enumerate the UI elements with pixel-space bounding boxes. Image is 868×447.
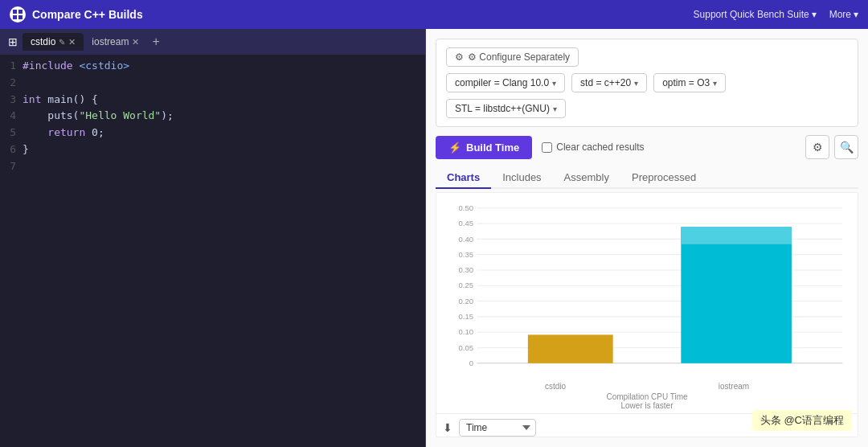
topbar: Compare C++ Builds Support Quick Bench S… xyxy=(0,0,868,29)
svg-text:0: 0 xyxy=(469,359,473,367)
more-link[interactable]: More ▾ xyxy=(829,9,858,20)
options-row: compiler = Clang 10.0 ▾ std = c++20 ▾ op… xyxy=(446,73,848,118)
tab-charts[interactable]: Charts xyxy=(436,167,491,189)
svg-text:0.25: 0.25 xyxy=(459,281,474,289)
config-box: ⚙ ⚙ Configure Separately compiler = Clan… xyxy=(436,39,858,127)
chart-bottom: ⬇ Time Instructions Memory xyxy=(436,413,858,437)
more-chevron-icon: ▾ xyxy=(854,9,858,20)
svg-text:0.35: 0.35 xyxy=(459,250,474,259)
bar-chart: 0.50 0.45 0.40 0.35 0.30 0.25 0.20 0.15 … xyxy=(443,199,851,380)
std-option-button[interactable]: std = c++20 ▾ xyxy=(571,73,647,92)
build-right-icons: ⚙ 🔍 xyxy=(805,135,858,159)
editor-panel: ⊞ cstdio ✎ ✕ iostream ✕ + 1 2 3 4 5 6 7 xyxy=(0,29,426,447)
right-panel: ⚙ ⚙ Configure Separately compiler = Clan… xyxy=(426,29,868,447)
tab-includes[interactable]: Includes xyxy=(491,167,552,189)
svg-text:0.05: 0.05 xyxy=(459,343,474,352)
svg-text:0.15: 0.15 xyxy=(459,312,474,321)
line-numbers: 1 2 3 4 5 6 7 xyxy=(0,58,23,444)
configure-label: ⚙ Configure Separately xyxy=(468,51,570,63)
tab-preprocessed[interactable]: Preprocessed xyxy=(620,167,707,189)
compiler-option-button[interactable]: compiler = Clang 10.0 ▾ xyxy=(446,73,565,92)
clear-cache-text: Clear cached results xyxy=(556,141,644,153)
svg-rect-1 xyxy=(18,10,23,14)
app-logo xyxy=(10,6,26,23)
optim-chevron-icon: ▾ xyxy=(713,79,717,88)
edit-icon: ✎ xyxy=(59,38,65,47)
build-time-button[interactable]: ⚡ Build Time xyxy=(436,136,532,159)
add-tab-button[interactable]: + xyxy=(147,35,164,49)
clear-cache-checkbox-label[interactable]: Clear cached results xyxy=(542,141,644,153)
bar-cstdio xyxy=(528,334,613,363)
stl-chevron-icon: ▾ xyxy=(553,105,557,113)
close-iostream-button[interactable]: ✕ xyxy=(132,37,139,47)
chart-area: 0.50 0.45 0.40 0.35 0.30 0.25 0.20 0.15 … xyxy=(436,192,858,437)
build-label: Build Time xyxy=(466,141,519,154)
chart-svg-container: 0.50 0.45 0.40 0.35 0.30 0.25 0.20 0.15 … xyxy=(436,193,858,380)
tab-cstdio[interactable]: cstdio ✎ ✕ xyxy=(23,33,84,51)
stl-label: STL = libstdc++(GNU) xyxy=(455,103,550,114)
tab-cstdio-label: cstdio xyxy=(31,36,55,47)
stl-option-button[interactable]: STL = libstdc++(GNU) ▾ xyxy=(446,99,566,118)
configure-separately-button[interactable]: ⚙ ⚙ Configure Separately xyxy=(446,47,579,67)
support-chevron-icon: ▾ xyxy=(812,9,817,20)
chart-caption: Compilation CPU Time Lower is faster xyxy=(436,391,858,413)
editor-tab-bar: ⊞ cstdio ✎ ✕ iostream ✕ + xyxy=(0,29,425,55)
main-layout: ⊞ cstdio ✎ ✕ iostream ✕ + 1 2 3 4 5 6 7 xyxy=(0,29,868,447)
iostream-label: iostream xyxy=(719,382,749,391)
code-editor[interactable]: 1 2 3 4 5 6 7 #include <cstdio> int main… xyxy=(0,55,425,447)
caption-line2: Lower is faster xyxy=(436,401,858,410)
svg-text:0.10: 0.10 xyxy=(459,327,474,336)
build-row: ⚡ Build Time Clear cached results ⚙ 🔍 xyxy=(436,135,858,159)
optim-label: optim = O3 xyxy=(662,77,710,88)
svg-text:0.45: 0.45 xyxy=(459,219,474,228)
svg-text:0.30: 0.30 xyxy=(459,265,474,274)
download-icon[interactable]: ⬇ xyxy=(443,421,452,434)
grid-view-button[interactable]: ⊞ xyxy=(3,32,23,51)
svg-rect-2 xyxy=(13,15,17,19)
close-cstdio-button[interactable]: ✕ xyxy=(68,37,76,47)
settings-icon-button[interactable]: ⚙ xyxy=(805,135,829,159)
svg-text:0.20: 0.20 xyxy=(459,297,474,306)
compiler-chevron-icon: ▾ xyxy=(552,79,556,88)
search-icon: 🔍 xyxy=(840,141,854,154)
code-text[interactable]: #include <cstdio> int main() { puts("Hel… xyxy=(23,58,180,444)
search-icon-button[interactable]: 🔍 xyxy=(834,135,858,159)
chart-tabs: Charts Includes Assembly Preprocessed xyxy=(436,167,858,189)
time-select[interactable]: Time Instructions Memory xyxy=(459,419,536,437)
compiler-label: compiler = Clang 10.0 xyxy=(455,77,549,88)
app-title: Compare C++ Builds xyxy=(32,8,143,21)
bar-iostream-top xyxy=(681,227,792,244)
tab-iostream[interactable]: iostream ✕ xyxy=(84,33,147,51)
tab-assembly[interactable]: Assembly xyxy=(553,167,620,189)
std-label: std = c++20 xyxy=(580,77,631,88)
bar-iostream xyxy=(681,227,792,363)
clear-cache-checkbox[interactable] xyxy=(542,142,552,153)
support-link[interactable]: Support Quick Bench Suite ▾ xyxy=(694,9,817,20)
topbar-right: Support Quick Bench Suite ▾ More ▾ xyxy=(694,9,858,20)
configure-icon: ⚙ xyxy=(455,51,464,63)
lightning-icon: ⚡ xyxy=(448,141,461,154)
std-chevron-icon: ▾ xyxy=(634,79,638,88)
gear-icon: ⚙ xyxy=(813,141,823,154)
svg-text:0.50: 0.50 xyxy=(459,203,474,212)
optim-option-button[interactable]: optim = O3 ▾ xyxy=(653,73,726,92)
topbar-left: Compare C++ Builds xyxy=(10,6,143,23)
svg-rect-3 xyxy=(18,15,23,19)
caption-line1: Compilation CPU Time xyxy=(436,392,858,401)
cstdio-label: cstdio xyxy=(545,382,566,391)
svg-rect-0 xyxy=(13,10,17,14)
svg-text:0.40: 0.40 xyxy=(459,234,474,243)
tab-iostream-label: iostream xyxy=(92,36,129,47)
